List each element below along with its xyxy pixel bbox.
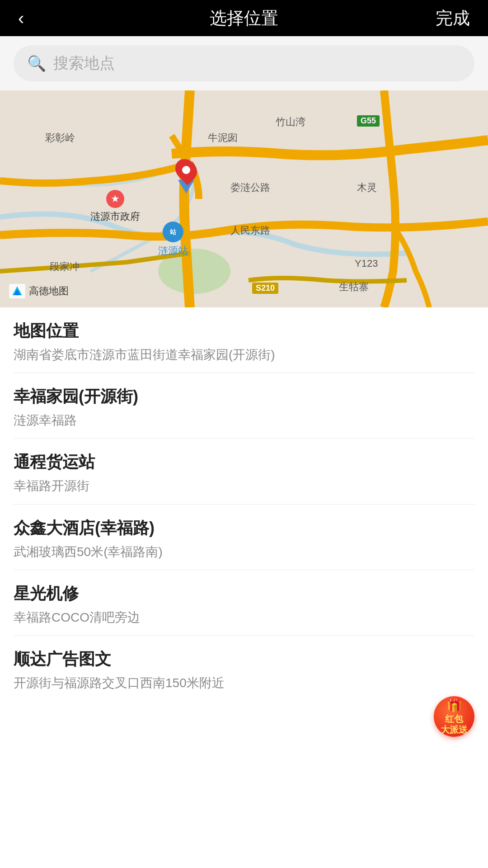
location-list: 地图位置 湖南省娄底市涟源市蓝田街道幸福家园(开源街) 幸福家园(开源街) 涟源… [0, 307, 488, 701]
gov-label: 涟源市政府 [90, 210, 140, 223]
location-item-2[interactable]: 通程货运站 幸福路开源街 [14, 439, 474, 504]
location-pin [176, 158, 196, 193]
location-item-0[interactable]: 地图位置 湖南省娄底市涟源市蓝田街道幸福家园(开源街) [14, 307, 474, 373]
gov-location: ★ 涟源市政府 [90, 190, 140, 223]
location-subtitle-0: 湖南省娄底市涟源市蓝田街道幸福家园(开源街) [14, 346, 474, 363]
svg-text:站: 站 [169, 228, 177, 236]
map-label-shenguzhai: 生牯寨 [339, 280, 369, 294]
road-badge-s210: S210 [252, 283, 278, 294]
location-title-2: 通程货运站 [14, 451, 474, 473]
location-title-4: 星光机修 [14, 583, 474, 605]
page-title: 选择位置 [210, 7, 278, 30]
search-icon: 🔍 [27, 54, 46, 72]
map-svg [0, 90, 488, 307]
location-item-5[interactable]: 顺达广告图文 开源街与福源路交叉口西南150米附近 [14, 636, 474, 701]
red-packet-circle[interactable]: 🎁 红包 大派送 [434, 696, 474, 737]
location-title-3: 众鑫大酒店(幸福路) [14, 517, 474, 539]
search-bar-wrap: 🔍 搜索地点 [0, 36, 488, 90]
location-title-5: 顺达广告图文 [14, 648, 474, 670]
location-item-1[interactable]: 幸福家园(开源街) 涟源幸福路 [14, 373, 474, 439]
road-badge-g55: G55 [357, 115, 380, 127]
map-label-caipiangling: 彩彰岭 [45, 131, 75, 145]
location-item-4[interactable]: 星光机修 幸福路COCO清吧旁边 [14, 570, 474, 636]
location-subtitle-5: 开源街与福源路交叉口西南150米附近 [14, 674, 474, 692]
map-label-y123: Y123 [355, 258, 378, 269]
location-subtitle-3: 武湘玻璃西50米(幸福路南) [14, 543, 474, 561]
map-label-duanjiacong: 段家冲 [50, 260, 80, 274]
station-label: 涟源站 [158, 244, 188, 258]
red-packet-badge[interactable]: 🎁 红包 大派送 [434, 696, 479, 741]
red-packet-line2: 大派送 [441, 724, 468, 735]
location-subtitle-2: 幸福路开源街 [14, 477, 474, 495]
red-packet-line1: 红包 [445, 713, 463, 724]
location-subtitle-4: 幸福路COCO清吧旁边 [14, 609, 474, 626]
map-label-zhushanwan: 竹山湾 [276, 115, 305, 129]
map-area[interactable]: 彩彰岭 牛泥囱 竹山湾 娄涟公路 木灵 人民东路 段家冲 生牯寨 Y123 G5… [0, 90, 488, 307]
map-label-niniqu: 牛泥囱 [208, 131, 238, 145]
station-location: 站 涟源站 [158, 222, 188, 258]
search-placeholder: 搜索地点 [53, 53, 115, 74]
location-title-1: 幸福家园(开源街) [14, 386, 474, 408]
station-icon-circle: 站 [163, 222, 183, 242]
map-label-renmindonlu: 人民东路 [230, 224, 270, 237]
map-watermark-text: 高德地图 [29, 284, 69, 298]
amap-logo-icon [9, 284, 25, 298]
map-watermark: 高德地图 [9, 284, 69, 298]
location-title-0: 地图位置 [14, 320, 474, 342]
location-subtitle-1: 涟源幸福路 [14, 411, 474, 429]
map-label-muling: 木灵 [357, 181, 377, 194]
map-label-louliangonlu: 娄涟公路 [230, 181, 270, 194]
done-button[interactable]: 完成 [436, 7, 470, 30]
search-bar[interactable]: 🔍 搜索地点 [14, 45, 474, 81]
header: ‹ 选择位置 完成 [0, 0, 488, 36]
back-button[interactable]: ‹ [18, 8, 24, 28]
gov-icon-circle: ★ [106, 190, 124, 208]
location-item-3[interactable]: 众鑫大酒店(幸福路) 武湘玻璃西50米(幸福路南) [14, 505, 474, 570]
